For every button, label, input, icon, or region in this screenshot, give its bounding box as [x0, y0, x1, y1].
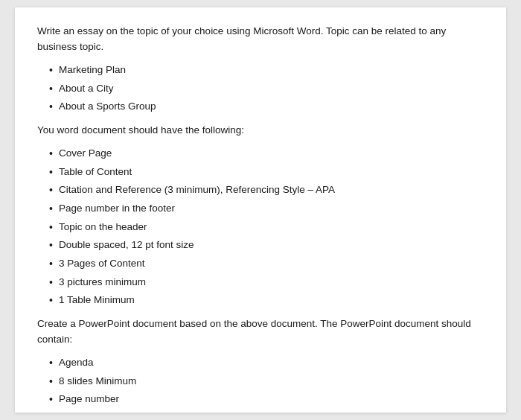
word-heading: You word document should have the follow…: [37, 123, 484, 139]
page-container: Write an essay on the topic of your choi…: [0, 0, 521, 420]
list-item: 3 Pages of Content: [37, 256, 484, 273]
list-item: Page number: [37, 392, 484, 408]
powerpoint-heading: Create a PowerPoint document based on th…: [37, 316, 484, 348]
list-item: 1 Table Minimum: [37, 293, 484, 309]
list-item: Page number in the footer: [37, 201, 484, 217]
list-item: Citation and Reference (3 minimum), Refe…: [37, 182, 484, 199]
list-item: 8 slides Minimum: [37, 374, 484, 390]
list-item: 3 pictures minimum: [37, 275, 484, 291]
document-area: Write an essay on the topic of your choi…: [15, 7, 506, 413]
list-item: You name and student ID on the footer: [37, 410, 484, 413]
list-item: Double spaced, 12 pt font size: [37, 238, 484, 254]
list-item: About a City: [37, 81, 484, 98]
powerpoint-requirements-list: Agenda 8 slides Minimum Page number You …: [37, 355, 484, 413]
list-item: Cover Page: [37, 146, 484, 162]
list-item: Topic on the header: [37, 220, 484, 236]
word-requirements-list: Cover Page Table of Content Citation and…: [37, 146, 484, 309]
list-item: Agenda: [37, 355, 484, 372]
list-item: Table of Content: [37, 165, 484, 181]
list-item: Marketing Plan: [37, 63, 484, 79]
topic-list: Marketing Plan About a City About a Spor…: [37, 63, 484, 115]
list-item: About a Sports Group: [37, 99, 484, 115]
intro-paragraph: Write an essay on the topic of your choi…: [37, 24, 484, 55]
